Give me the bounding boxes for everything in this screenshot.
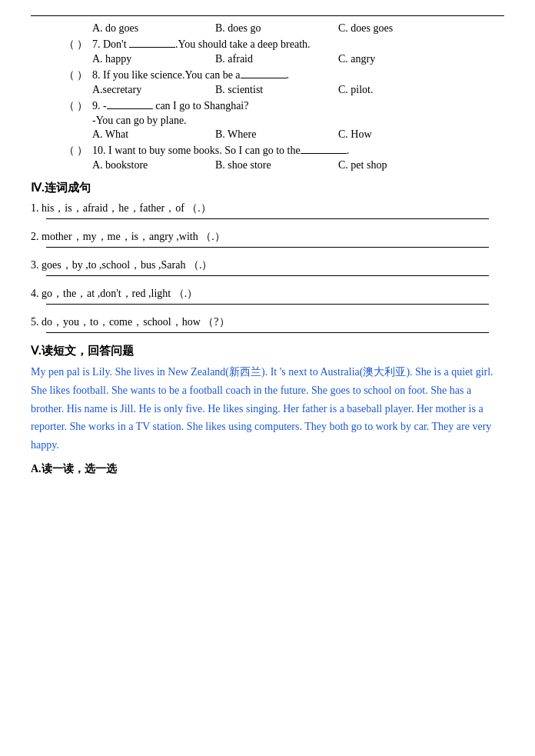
q7-choices: A. happy B. afraid C. angry [92, 53, 504, 65]
reorder-2: 2. mother，my，me，is，angry ,with （.） [31, 230, 504, 248]
choice-b-first: B. does go [215, 22, 338, 35]
reorder-3-text: 3. goes，by ,to ,school，bus ,Sarah （.） [31, 259, 212, 271]
q10-choices: A. bookstore B. shoe store C. pet shop [92, 159, 504, 172]
q8-choice-c: C. pilot. [338, 84, 461, 96]
choice-a-first: A. do goes [92, 22, 215, 35]
top-divider [31, 15, 504, 16]
section-iv-title: Ⅳ.连词成句 [31, 181, 504, 195]
question-9-row: （ ） 9. - can I go to Shanghai? [31, 99, 504, 113]
q10-choice-b: B. shoe store [215, 159, 338, 172]
section-v: Ⅴ.读短文，回答问题 My pen pal is Lily. She lives… [31, 344, 504, 476]
q10-text: 10. I want to buy some books. So I can g… [92, 145, 504, 157]
reorder-1-text: 1. his，is，afraid，he，father，of （.） [31, 202, 211, 214]
reorder-4-text: 4. go，the，at ,don't，red ,light （.） [31, 288, 198, 299]
choice-c-first: C. does goes [338, 22, 461, 35]
q10-bracket: （ ） [31, 144, 92, 158]
reorder-1-line [46, 218, 489, 219]
q7-text: 7. Don't .You should take a deep breath. [92, 38, 504, 51]
q7-choice-b: B. afraid [215, 53, 338, 65]
q9-bracket: （ ） [31, 99, 92, 113]
q9-answer-row: -You can go by plane. [31, 115, 504, 127]
q9-answer: -You can go by plane. [92, 115, 504, 127]
q8-bracket: （ ） [31, 68, 92, 82]
reorder-3: 3. goes，by ,to ,school，bus ,Sarah （.） [31, 258, 504, 276]
q7-choice-c: C. angry [338, 53, 461, 65]
reorder-2-line [46, 247, 489, 248]
q7-blank [129, 47, 175, 48]
reorder-4-line [46, 304, 489, 305]
q9-blank [107, 108, 153, 109]
section-v-title: Ⅴ.读短文，回答问题 [31, 344, 504, 358]
q8-choice-b: B. scientist [215, 84, 338, 96]
question-10-row: （ ） 10. I want to buy some books. So I c… [31, 144, 504, 158]
q8-blank [241, 78, 287, 78]
q9-choices: A. What B. Where C. How [92, 128, 504, 141]
reorder-5-text: 5. do，you，to，come，school，how （?） [31, 316, 230, 328]
q9-choice-b: B. Where [215, 128, 338, 141]
q8-text: 8. If you like science.You can be a. [92, 69, 504, 82]
question-8-row: （ ） 8. If you like science.You can be a. [31, 68, 504, 82]
reorder-2-text: 2. mother，my，me，is，angry ,with （.） [31, 231, 225, 242]
reading-passage: My pen pal is Lily. She lives in New Zea… [31, 363, 504, 455]
q9-text: 9. - can I go to Shanghai? [92, 100, 504, 112]
reorder-1: 1. his，is，afraid，he，father，of （.） [31, 201, 504, 219]
q10-blank [301, 153, 347, 154]
q9-choice-c: C. How [338, 128, 461, 141]
reorder-5-line [46, 332, 489, 333]
first-choices-row: A. do goes B. does go C. does goes [92, 22, 504, 35]
q7-choice-a: A. happy [92, 53, 215, 65]
q9-choice-a: A. What [92, 128, 215, 141]
sub-section-a-title: A.读一读，选一选 [31, 462, 504, 476]
q10-choice-a: A. bookstore [92, 159, 215, 172]
question-7-row: （ ） 7. Don't .You should take a deep bre… [31, 38, 504, 52]
q10-choice-c: C. pet shop [338, 159, 461, 172]
reorder-3-line [46, 275, 489, 276]
reorder-5: 5. do，you，to，come，school，how （?） [31, 315, 504, 333]
reorder-4: 4. go，the，at ,don't，red ,light （.） [31, 287, 504, 305]
q8-choice-a: A.secretary [92, 84, 215, 96]
q8-choices: A.secretary B. scientist C. pilot. [92, 84, 504, 96]
q7-bracket: （ ） [31, 38, 92, 52]
